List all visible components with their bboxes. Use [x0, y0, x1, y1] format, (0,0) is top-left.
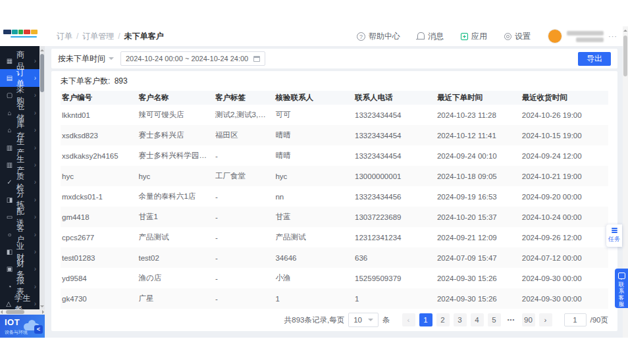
orders-icon: ▤ — [6, 74, 13, 82]
customer-service-tab[interactable]: 联系客服 — [615, 269, 628, 308]
table-cell: 636 — [353, 254, 436, 262]
page-jump-input[interactable] — [564, 313, 587, 326]
table-cell: hyc — [61, 172, 137, 180]
customer-count-label: 未下单客户数: — [61, 76, 110, 86]
avatar[interactable] — [548, 29, 562, 43]
app-window: 订单/订单管理/未下单客户 帮助中心消息应用设置 ··· ▦商品›▤订单›▢采购… — [0, 0, 628, 364]
table-cell: 1 — [353, 295, 436, 303]
sidebar-items: ▦商品›▤订单›▢采购›⌂仓储›⌂库存›▥生产›▥生产›✓质检›◨分拣›▭配送›… — [0, 46, 45, 313]
table-cell: 2024-09-19 16:53 — [436, 193, 521, 201]
table-cell: - — [214, 152, 275, 160]
table-row: hychyc工厂食堂hyc130000000012024-10-18 09:05… — [61, 166, 608, 186]
production-icon: ▥ — [6, 161, 13, 169]
sidebar-horizontal-scrollbar[interactable] — [0, 309, 45, 315]
topbar-action-label: 应用 — [471, 31, 487, 42]
delivery-icon: ▭ — [6, 213, 13, 221]
time-type-select[interactable]: 按未下单时间 — [58, 53, 114, 65]
table-body: lkkntd01辣可可馒头店测试2,测试3,测试4...可可1332343445… — [61, 105, 608, 309]
chevron-right-icon: › — [34, 265, 36, 273]
user-more-icon[interactable]: ··· — [608, 32, 617, 40]
purchase-icon: ▢ — [6, 91, 13, 99]
scroll-down-icon[interactable] — [40, 305, 44, 307]
table-cell: 辣可可馒头店 — [137, 110, 213, 120]
window-scrollbar-thumb[interactable] — [623, 36, 627, 76]
horizontal-scrollbar-thumb[interactable] — [6, 310, 24, 314]
column-header: 客户名称 — [137, 93, 213, 103]
table-cell: 可可 — [274, 110, 353, 120]
topbar-action-bell[interactable]: 消息 — [417, 31, 444, 42]
chevron-right-icon: › — [34, 161, 36, 169]
sidebar-scrollbar-thumb[interactable] — [40, 54, 44, 92]
sidebar-scrollbar[interactable] — [39, 46, 45, 309]
next-page-button[interactable]: › — [539, 313, 552, 326]
table-row: xsdkaksy2h4165赛士多科兴科学园2号1...-晴晴133234344… — [61, 145, 608, 166]
task-floating-tab[interactable]: 任务 — [606, 224, 622, 247]
table-row: cpcs2677产品测试-产品测试123123412342024-09-21 1… — [61, 227, 608, 247]
page-button[interactable]: 5 — [488, 313, 501, 326]
breadcrumb-item[interactable]: 订单 — [57, 31, 72, 42]
table-cell: 晴晴 — [274, 151, 353, 161]
topbar-action-apps[interactable]: 应用 — [461, 31, 487, 42]
table-row: lkkntd01辣可可馒头店测试2,测试3,测试4...可可1332343445… — [61, 105, 608, 125]
scroll-right-icon[interactable] — [42, 310, 44, 314]
page-button[interactable]: 2 — [436, 313, 450, 326]
table-cell: 1 — [274, 295, 353, 303]
table-cell: lkkntd01 — [61, 111, 137, 119]
breadcrumb-item[interactable]: 未下单客户 — [124, 31, 164, 42]
page-button[interactable]: 1 — [419, 313, 432, 326]
inventory-icon: ⌂ — [6, 126, 13, 134]
table-cell: test01283 — [61, 254, 137, 262]
topbar-action-help-circle[interactable]: 帮助中心 — [357, 31, 400, 42]
customer-count: 未下单客户数: 893 — [61, 71, 608, 91]
page-button[interactable]: 3 — [454, 313, 467, 326]
topbar-action-gear[interactable]: 设置 — [504, 31, 531, 42]
page-ellipsis[interactable]: ••• — [505, 313, 518, 326]
table-cell: 小渔 — [274, 273, 353, 283]
table-cell: hyc — [137, 172, 213, 180]
breadcrumb-item[interactable]: 订单管理 — [82, 31, 114, 42]
table-cell: 渔の店 — [137, 273, 213, 283]
gear-icon — [504, 33, 511, 40]
main-content: 按未下单时间 2024-10-24 00:00 ~ 2024-10-24 24:… — [45, 46, 623, 338]
table-cell: 34646 — [274, 254, 353, 262]
breadcrumb-separator: / — [76, 32, 78, 41]
scroll-up-icon[interactable] — [623, 28, 627, 32]
chevron-right-icon: › — [34, 178, 36, 186]
scroll-left-icon[interactable] — [1, 310, 3, 314]
table-cell: 15259509379 — [353, 274, 436, 282]
page-buttons: 12345•••90 — [419, 313, 535, 326]
iot-banner[interactable]: IOT 设备与环境 — [0, 315, 45, 338]
finance-icon: ▣ — [6, 265, 13, 273]
table-cell: - — [214, 213, 275, 221]
table-row: mxdcks01-1余量的泰科六1店-nn133234344562024-09-… — [61, 186, 608, 207]
logo-color-bars — [3, 30, 38, 34]
page-button[interactable]: 90 — [522, 313, 535, 326]
table-cell: gm4418 — [61, 213, 137, 221]
sorting-icon: ◨ — [6, 196, 13, 203]
page-button[interactable]: 4 — [471, 313, 484, 326]
table-cell: 赛士多科兴科学园2号1... — [137, 151, 213, 161]
breadcrumb: 订单/订单管理/未下单客户 — [57, 31, 164, 42]
layers-icon — [612, 228, 617, 233]
table-row: xsdksd823赛士多科兴店福田区晴晴133234344542024-10-1… — [61, 125, 608, 145]
topbar-action-label: 设置 — [515, 31, 531, 42]
table-row: gm4418甘蓝1-甘蓝130372236892024-10-20 15:372… — [61, 207, 608, 227]
chevron-right-icon: › — [34, 248, 36, 255]
column-header: 最近下单时间 — [436, 93, 521, 103]
table-cell: 甘蓝 — [274, 212, 353, 222]
table-cell: 2024-07-09 15:47 — [436, 254, 521, 262]
share-icon — [34, 325, 43, 334]
scroll-up-icon[interactable] — [40, 47, 44, 51]
prev-page-button[interactable]: ‹ — [402, 313, 415, 326]
date-range-input[interactable]: 2024-10-24 00:00 ~ 2024-10-24 24:00 — [120, 51, 265, 66]
table-cell: 2024-07-12 00:00 — [521, 254, 608, 262]
table-cell: 2024-10-23 11:28 — [436, 111, 521, 119]
chevron-right-icon: › — [34, 74, 36, 82]
user-menu[interactable]: ··· — [548, 29, 617, 43]
export-button[interactable]: 导出 — [578, 52, 611, 66]
column-header: 最近收货时间 — [521, 93, 608, 103]
user-name-redacted — [567, 31, 604, 42]
page-size-select[interactable]: 10 — [348, 313, 379, 327]
table-cell: 2024-09-30 15:26 — [436, 274, 521, 282]
chevron-down-icon — [109, 57, 114, 60]
